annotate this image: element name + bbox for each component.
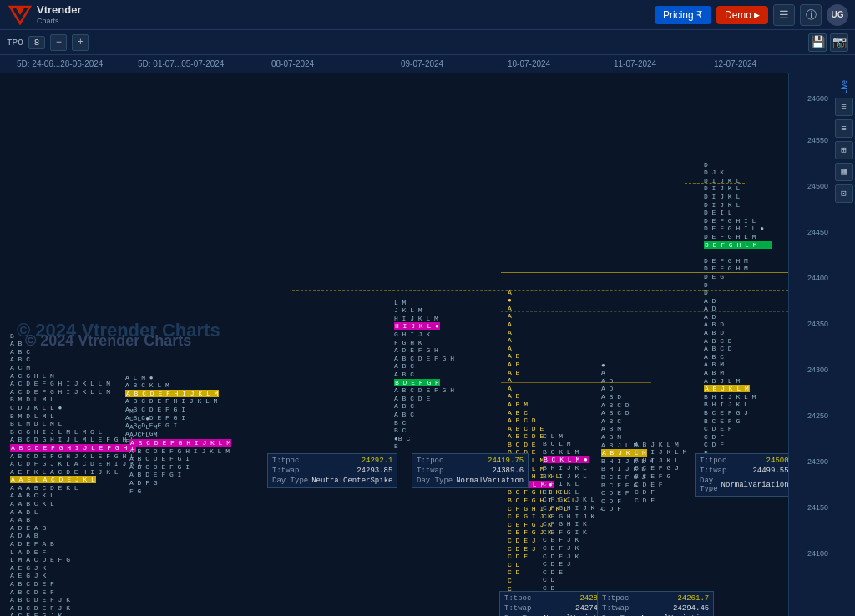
h-line-1: [292, 290, 788, 291]
twap-val-1: 24293.85: [357, 467, 392, 475]
toolbar: TPO 8 − + 💾 📷: [0, 30, 855, 55]
menu-button[interactable]: ☰: [773, 4, 795, 26]
price-tick: 24500: [807, 182, 828, 190]
info-button[interactable]: ⓘ: [800, 4, 822, 26]
info-tpoc-row-3: T:tpoc 24281.1: [504, 594, 611, 603]
day-type-row-5: Day Type NormalVariation: [700, 477, 788, 493]
chart-area[interactable]: © 2024 Vtrender Charts B A B A B C A B C…: [0, 73, 788, 616]
tpoc-val-4: 24261.7: [677, 594, 709, 603]
h-line-2: [501, 272, 788, 273]
logo-text-area: Vtrender Charts: [37, 3, 81, 26]
tpoc-label-3: T:tpoc: [504, 594, 531, 603]
day-type-label-1: Day Type: [272, 477, 308, 485]
info-twap-row-1: T:twap 24293.85: [272, 467, 392, 475]
sidebar-btn-table[interactable]: ▦: [835, 163, 853, 181]
main-area: © 2024 Vtrender Charts B A B A B C A B C…: [0, 73, 855, 616]
price-axis: 2460024550245002445024400243502430024250…: [788, 73, 832, 616]
twap-label-1: T:twap: [272, 467, 299, 475]
tpo-col-left2: M C L ● A C L M A C L M A B C D E F G H …: [129, 399, 231, 495]
info-twap-row-3: T:twap 24274.65: [504, 604, 611, 613]
tpo-plus-button[interactable]: +: [72, 34, 89, 51]
timeline: 5D: 24-06...28-06-20245D: 01-07...05-07-…: [0, 55, 855, 73]
info-twap-row-2: T:twap 24389.6: [417, 467, 524, 475]
tpo-col-1207: D D J K D I J K L D I J K L ------- D I …: [704, 153, 772, 473]
avatar[interactable]: UG: [827, 4, 848, 26]
tpo-col-week1: B A B A B C A B C A C M A C G H L M A C …: [10, 324, 142, 616]
price-tick: 24200: [807, 457, 828, 466]
price-tick: 24150: [807, 503, 828, 512]
timeline-label: 12-07-2024: [714, 59, 756, 68]
twap-label-5: T:twap: [700, 467, 726, 475]
twap-val-5: 24499.55: [752, 467, 788, 475]
tpoc-val-5: 24500: [766, 457, 788, 465]
timeline-label: 10-07-2024: [508, 59, 550, 68]
timeline-label: 11-07-2024: [614, 59, 656, 68]
info-twap-row-4: T:twap 24294.45: [602, 604, 709, 613]
price-tick: 24550: [807, 136, 828, 144]
info-box-1107-b: T:tpoc 24261.7 T:twap 24294.45 Day Type …: [597, 591, 714, 616]
logo-area: Vtrender Charts: [7, 3, 81, 27]
h-line-6: [685, 272, 745, 273]
tpoc-val-2: 24419.75: [488, 457, 524, 465]
price-tick: 24300: [807, 366, 828, 374]
day-type-val-5: NormalVariation: [721, 481, 788, 489]
h-line-3: [501, 311, 788, 312]
info-twap-row-5: T:twap 24499.55: [700, 467, 788, 475]
tpoc-label-2: T:tpoc: [417, 457, 443, 465]
info-box-0807: T:tpoc 24292.1 T:twap 24293.85 Day Type …: [267, 453, 397, 488]
sidebar-btn-grid[interactable]: ⊞: [835, 141, 853, 159]
tpoc-val-1: 24292.1: [362, 457, 393, 465]
right-sidebar: Live ≡ ≡ ⊞ ▦ ⊡: [832, 73, 855, 616]
tpo-value: 8: [28, 36, 46, 49]
day-type-val-1: NeutralCenterSpike: [311, 477, 392, 485]
logo-icon: [7, 3, 33, 27]
twap-label-4: T:twap: [602, 604, 629, 613]
sidebar-btn-dots[interactable]: ⊡: [835, 184, 853, 203]
sidebar-btn-list[interactable]: ≡: [835, 98, 853, 116]
price-tick: 24450: [807, 228, 828, 236]
day-type-row-1: Day Type NeutralCenterSpike: [272, 477, 392, 485]
sidebar-btn-list2[interactable]: ≡: [835, 119, 853, 138]
pricing-button[interactable]: Pricing ₹: [655, 6, 711, 24]
tpoc-label-1: T:tpoc: [272, 457, 299, 465]
info-box-1207: T:tpoc 24500 T:twap 24499.55 Day Type No…: [695, 453, 788, 497]
info-box-0907: T:tpoc 24419.75 T:twap 24389.6 Day Type …: [412, 453, 529, 488]
twap-val-2: 24389.6: [492, 467, 524, 475]
logo-title: Vtrender: [37, 3, 81, 16]
price-tick: 24250: [807, 412, 828, 420]
tpo-col-1107-r: A B J K L M B H I J K L M B H I J K L B …: [635, 432, 686, 504]
info-tpoc-row-2: T:tpoc 24419.75: [417, 457, 524, 465]
save-button[interactable]: 💾: [808, 33, 827, 52]
price-tick: 24350: [807, 320, 828, 328]
live-label: Live: [840, 80, 848, 94]
twap-val-4: 24294.45: [673, 604, 709, 613]
toolbar-right: 💾 📷: [808, 33, 848, 52]
price-tick: 24400: [807, 274, 828, 282]
twap-label-3: T:twap: [504, 604, 531, 613]
tpo-label: TPO: [7, 38, 23, 48]
day-type-label-5: Day Type: [700, 477, 718, 493]
demo-button[interactable]: Demo: [716, 6, 768, 24]
h-line-5: [685, 183, 745, 184]
timeline-label: 09-07-2024: [401, 59, 443, 68]
day-type-val-2: NormalVariation: [456, 477, 524, 485]
info-tpoc-row-4: T:tpoc 24261.7: [602, 594, 709, 603]
timeline-label: 5D: 01-07...05-07-2024: [138, 59, 224, 68]
camera-button[interactable]: 📷: [830, 33, 848, 52]
tpoc-label-4: T:tpoc: [602, 594, 629, 603]
twap-label-2: T:twap: [417, 467, 443, 475]
svg-marker-1: [15, 7, 25, 15]
header: Vtrender Charts Pricing ₹ Demo ☰ ⓘ UG: [0, 0, 855, 30]
timeline-label: 5D: 24-06...28-06-2024: [17, 59, 103, 68]
tpo-col-1007-b: C L M B C L M B C K L M B C K L M ● B H …: [543, 424, 603, 616]
vtrender-logo-svg: [7, 3, 33, 27]
header-right: Pricing ₹ Demo ☰ ⓘ UG: [655, 4, 848, 26]
info-tpoc-row-5: T:tpoc 24500: [700, 457, 788, 465]
price-tick: 24600: [807, 94, 828, 103]
logo-subtitle: Charts: [37, 17, 59, 25]
tpoc-label-5: T:tpoc: [700, 457, 726, 465]
h-line-4: [501, 382, 651, 383]
tpo-minus-button[interactable]: −: [50, 34, 67, 51]
info-tpoc-row-1: T:tpoc 24292.1: [272, 457, 392, 465]
tpo-col-0907: L M J K L M H I J K L M H I J K L ● G H …: [394, 290, 454, 451]
